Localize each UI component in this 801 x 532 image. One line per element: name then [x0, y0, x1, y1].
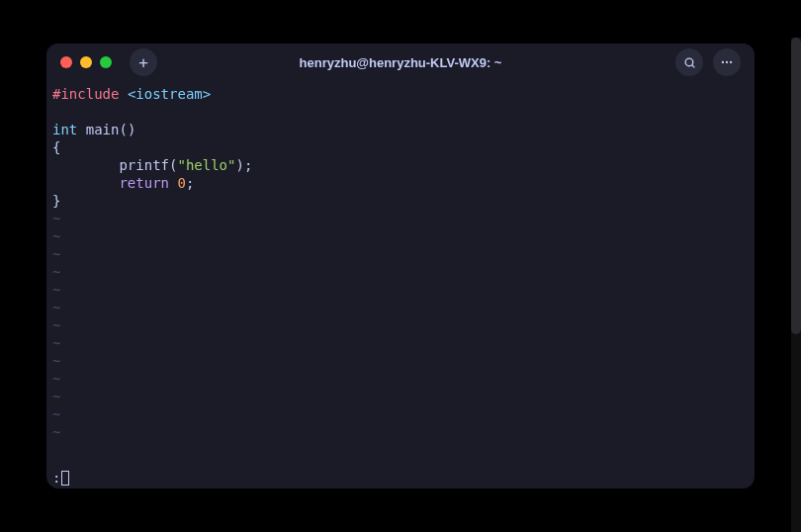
preproc-directive: #include [52, 86, 119, 102]
vim-empty-line: ~ [52, 227, 749, 245]
close-brace: } [52, 193, 60, 209]
vim-empty-line: ~ [52, 334, 749, 352]
vim-empty-line: ~ [52, 210, 749, 227]
svg-line-1 [691, 64, 694, 67]
vim-empty-line: ~ [52, 405, 749, 423]
indent [52, 157, 119, 173]
vim-empty-line: ~ [52, 299, 749, 316]
plus-icon: + [138, 53, 148, 72]
close-paren-semi: ); [235, 157, 252, 173]
close-button[interactable] [60, 56, 72, 68]
code-line-6: return 0; [52, 174, 749, 192]
function-name: main [86, 122, 120, 137]
terminal-body[interactable]: #include <iostream> int main() { printf(… [46, 81, 755, 488]
indent [52, 175, 119, 191]
maximize-button[interactable] [100, 56, 112, 68]
vim-empty-line: ~ [52, 245, 749, 263]
vim-empty-line: ~ [52, 370, 749, 388]
titlebar: + henryzhu@henryzhu-KLV-WX9: ~ [46, 44, 755, 81]
menu-button[interactable] [713, 48, 741, 76]
new-tab-button[interactable]: + [130, 48, 157, 76]
vim-empty-line: ~ [52, 423, 749, 441]
vim-empty-line: ~ [52, 281, 749, 299]
code-line-5: printf("hello"); [52, 156, 749, 174]
window-title: henryzhu@henryzhu-KLV-WX9: ~ [300, 55, 502, 70]
command-prompt: : [52, 469, 60, 487]
vim-empty-line: ~ [52, 352, 749, 370]
minimize-button[interactable] [80, 56, 92, 68]
include-header: <iostream> [128, 86, 211, 102]
search-icon [683, 56, 696, 69]
type-keyword: int [52, 122, 77, 137]
open-brace: { [52, 139, 60, 155]
code-line-1: #include <iostream> [52, 85, 749, 103]
more-icon [720, 55, 734, 69]
vim-empty-line: ~ [52, 316, 749, 334]
svg-point-4 [730, 61, 732, 63]
number-literal: 0 [177, 175, 185, 191]
code-line-2 [52, 103, 749, 121]
printf-call: printf [119, 157, 169, 173]
svg-point-0 [685, 58, 693, 66]
svg-point-3 [726, 61, 728, 63]
parentheses: () [119, 122, 135, 137]
code-line-4: { [52, 138, 749, 156]
right-controls [675, 48, 741, 76]
cursor [61, 471, 69, 486]
semicolon: ; [186, 175, 194, 191]
traffic-lights [60, 56, 112, 68]
svg-point-2 [722, 61, 724, 63]
code-line-7: } [52, 192, 749, 210]
vim-command-line[interactable]: : [52, 469, 69, 487]
vim-empty-line: ~ [52, 388, 749, 405]
return-keyword: return [119, 175, 169, 191]
terminal-window: + henryzhu@henryzhu-KLV-WX9: ~ #include … [46, 44, 755, 488]
search-button[interactable] [675, 48, 703, 76]
string-literal: "hello" [177, 157, 235, 173]
vim-empty-line: ~ [52, 263, 749, 281]
code-line-3: int main() [52, 121, 749, 138]
